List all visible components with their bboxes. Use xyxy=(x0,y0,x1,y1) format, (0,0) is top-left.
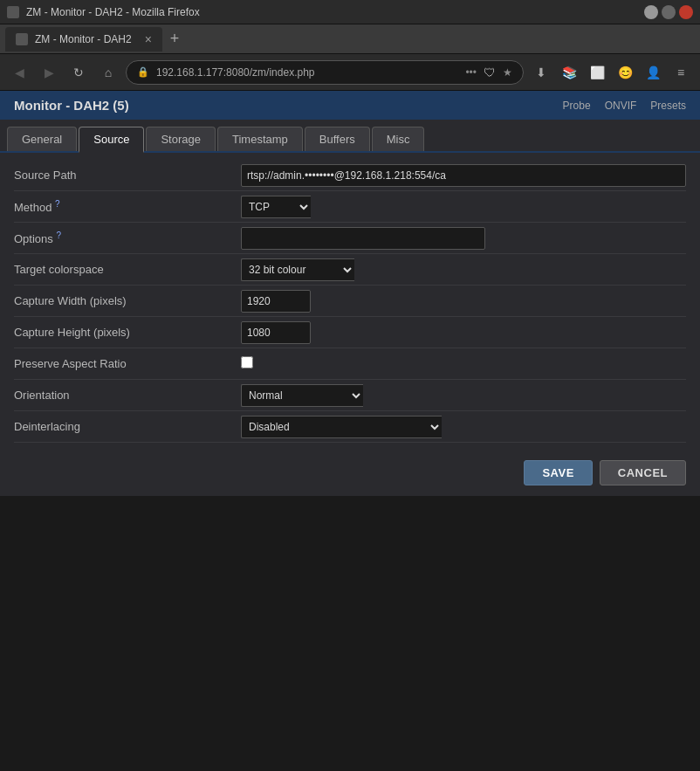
page-content: Monitor - DAH2 (5) Probe ONVIF Presets G… xyxy=(0,91,700,758)
monitor-actions: Probe ONVIF Presets xyxy=(563,100,686,112)
sidebar-toggle-button[interactable]: ⬜ xyxy=(585,60,609,85)
orientation-label: Orientation xyxy=(14,389,241,402)
form-buttons: SAVE CANCEL xyxy=(0,450,700,496)
url-text: 192.168.1.177:8080/zm/index.php xyxy=(156,66,458,79)
menu-button[interactable]: ≡ xyxy=(669,60,693,85)
colorspace-label: Target colorspace xyxy=(14,263,241,276)
orientation-row: Orientation Normal Rotate Right Rotate L… xyxy=(14,380,686,411)
preserve-aspect-label: Preserve Aspect Ratio xyxy=(14,357,241,370)
tab-close-button[interactable]: × xyxy=(145,33,152,45)
deinterlacing-label: Deinterlacing xyxy=(14,420,241,433)
colorspace-select[interactable]: 32 bit colour 24 bit colour 8 bit grey xyxy=(241,258,354,281)
method-help-icon[interactable]: ? xyxy=(55,199,60,209)
navbar: ◀ ▶ ↻ ⌂ 🔒 192.168.1.177:8080/zm/index.ph… xyxy=(0,54,700,91)
save-button[interactable]: SAVE xyxy=(524,460,592,485)
capture-width-label: Capture Width (pixels) xyxy=(14,294,241,307)
window-controls xyxy=(644,5,693,19)
tab-source[interactable]: Source xyxy=(79,127,144,153)
tab-favicon xyxy=(16,33,28,45)
home-button[interactable]: ⌂ xyxy=(96,60,120,85)
capture-height-control: 1080 xyxy=(241,321,686,344)
presets-link[interactable]: Presets xyxy=(650,100,686,112)
address-bar[interactable]: 🔒 192.168.1.177:8080/zm/index.php ••• 🛡 … xyxy=(126,60,524,85)
source-path-input[interactable] xyxy=(241,164,686,187)
empty-area xyxy=(0,496,700,758)
account-button[interactable]: 👤 xyxy=(641,60,665,85)
method-control: TCP UDP HTTP xyxy=(241,196,686,218)
browser-tab-active[interactable]: ZM - Monitor - DAH2 × xyxy=(5,27,162,52)
face-button[interactable]: 😊 xyxy=(613,60,637,85)
colorspace-control: 32 bit colour 24 bit colour 8 bit grey xyxy=(241,258,686,281)
options-control xyxy=(241,227,686,250)
orientation-select[interactable]: Normal Rotate Right Rotate Left Flip Hor… xyxy=(241,384,363,407)
tab-buffers[interactable]: Buffers xyxy=(305,127,370,151)
source-path-control xyxy=(241,164,686,187)
orientation-select-wrapper: Normal Rotate Right Rotate Left Flip Hor… xyxy=(241,384,686,407)
preserve-aspect-control xyxy=(241,356,686,371)
colorspace-row: Target colorspace 32 bit colour 24 bit c… xyxy=(14,254,686,286)
cancel-button[interactable]: CANCEL xyxy=(600,460,686,485)
app-icon xyxy=(7,6,19,18)
deinterlacing-control: Disabled Enabled Four Field Discard Blen… xyxy=(241,416,686,438)
capture-height-input[interactable]: 1080 xyxy=(241,321,311,344)
tab-misc[interactable]: Misc xyxy=(372,127,425,151)
source-path-label: Source Path xyxy=(14,169,241,182)
deinterlacing-select-wrapper: Disabled Enabled Four Field Discard Blen… xyxy=(241,416,686,438)
method-row: Method ? TCP UDP HTTP xyxy=(14,191,686,223)
tab-storage[interactable]: Storage xyxy=(146,127,216,151)
url-path: :8080/zm/index.php xyxy=(223,66,315,79)
options-row: Options ? xyxy=(14,223,686,254)
capture-width-input[interactable]: 1920 xyxy=(241,290,311,313)
shield-icon[interactable]: 🛡 xyxy=(484,65,496,79)
capture-height-label: Capture Height (pixels) xyxy=(14,326,241,339)
preserve-aspect-checkbox[interactable] xyxy=(241,356,253,368)
source-form: Source Path Method ? TCP UDP HTTP xyxy=(0,153,700,450)
capture-height-row: Capture Height (pixels) 1080 xyxy=(14,317,686,348)
monitor-title: Monitor - DAH2 (5) xyxy=(14,98,129,113)
capture-width-row: Capture Width (pixels) 1920 xyxy=(14,286,686,317)
back-button[interactable]: ◀ xyxy=(7,60,31,85)
maximize-button[interactable] xyxy=(662,5,676,19)
tab-title: ZM - Monitor - DAH2 xyxy=(35,33,132,45)
colorspace-select-wrapper: 32 bit colour 24 bit colour 8 bit grey xyxy=(241,258,686,281)
close-button[interactable] xyxy=(679,5,693,19)
method-select-wrapper: TCP UDP HTTP xyxy=(241,196,686,218)
bookmark-icon[interactable]: ★ xyxy=(503,66,512,79)
forward-button[interactable]: ▶ xyxy=(37,60,61,85)
method-label: Method ? xyxy=(14,199,241,214)
new-tab-button[interactable]: + xyxy=(162,27,187,52)
more-button[interactable]: ••• xyxy=(465,66,477,79)
library-button[interactable]: 📚 xyxy=(557,60,581,85)
lock-icon: 🔒 xyxy=(137,66,149,78)
browser-tabbar: ZM - Monitor - DAH2 × + xyxy=(0,24,700,54)
onvif-link[interactable]: ONVIF xyxy=(605,100,637,112)
method-select[interactable]: TCP UDP HTTP xyxy=(241,196,311,218)
monitor-header: Monitor - DAH2 (5) Probe ONVIF Presets xyxy=(0,91,700,120)
options-help-icon[interactable]: ? xyxy=(56,231,61,240)
minimize-button[interactable] xyxy=(644,5,658,19)
titlebar: ZM - Monitor - DAH2 - Mozilla Firefox xyxy=(0,0,700,24)
settings-tabs: General Source Storage Timestamp Buffers… xyxy=(0,120,700,153)
orientation-control: Normal Rotate Right Rotate Left Flip Hor… xyxy=(241,384,686,407)
options-input[interactable] xyxy=(241,227,485,250)
download-button[interactable]: ⬇ xyxy=(529,60,553,85)
deinterlacing-row: Deinterlacing Disabled Enabled Four Fiel… xyxy=(14,411,686,443)
nav-right-icons: ⬇ 📚 ⬜ 😊 👤 ≡ xyxy=(529,60,693,85)
preserve-aspect-row: Preserve Aspect Ratio xyxy=(14,348,686,380)
deinterlacing-select[interactable]: Disabled Enabled Four Field Discard Blen… xyxy=(241,416,442,438)
window-title: ZM - Monitor - DAH2 - Mozilla Firefox xyxy=(26,6,637,18)
options-label: Options ? xyxy=(14,231,241,245)
tab-general[interactable]: General xyxy=(7,127,77,151)
reload-button[interactable]: ↻ xyxy=(66,60,91,85)
tab-timestamp[interactable]: Timestamp xyxy=(217,127,303,151)
capture-width-control: 1920 xyxy=(241,290,686,313)
url-host: 192.168.1.177 xyxy=(156,66,223,79)
probe-link[interactable]: Probe xyxy=(563,100,591,112)
source-path-row: Source Path xyxy=(14,160,686,191)
